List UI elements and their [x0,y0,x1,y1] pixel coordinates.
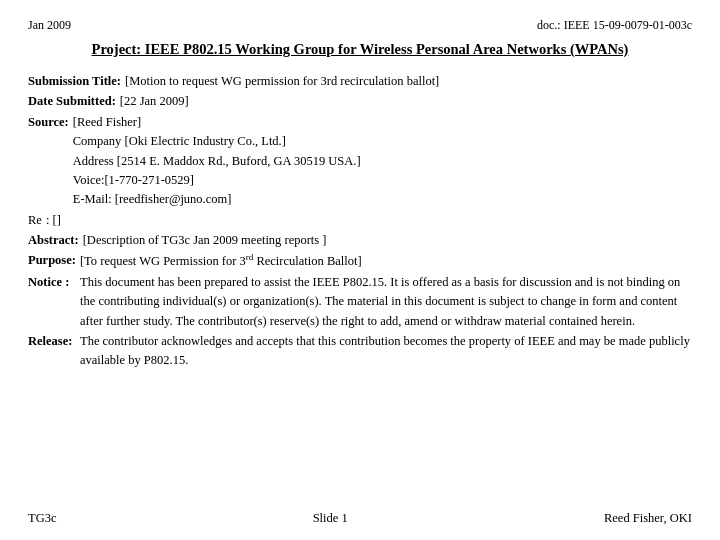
source-voice: Voice:[1-770-271-0529] [73,171,361,190]
header-left: Jan 2009 [28,18,71,33]
footer-center: Slide 1 [313,511,348,526]
release-block: Release: The contributor acknowledges an… [28,332,692,371]
source-address: Address [2514 E. Maddox Rd., Buford, GA … [73,152,361,171]
source-block: Source: [Reed Fisher] Company [Oki Elect… [28,113,692,210]
submission-title-value: [Motion to request WG permission for 3rd… [125,72,439,91]
abstract-value: [Description of TG3c Jan 2009 meeting re… [83,231,327,250]
source-label: Source: [28,113,69,210]
date-submitted-value: [22 Jan 2009] [120,92,189,111]
notice-block: Notice : This document has been prepared… [28,273,692,331]
purpose-row: Purpose: [To request WG Permission for 3… [28,251,692,272]
re-row: Re : [] [28,211,692,230]
submission-title-row: Submission Title: [Motion to request WG … [28,72,692,91]
source-lines: [Reed Fisher] Company [Oki Electric Indu… [73,113,361,210]
re-label: Re [28,211,42,230]
submission-title-label: Submission Title: [28,72,121,91]
header-right: doc.: IEEE 15-09-0079-01-003c [537,18,692,33]
page: Jan 2009 doc.: IEEE 15-09-0079-01-003c P… [0,0,720,540]
release-text: The contributor acknowledges and accepts… [80,332,692,371]
footer-right: Reed Fisher, OKI [604,511,692,526]
source-name: [Reed Fisher] [73,113,361,132]
title-section: Project: IEEE P802.15 Working Group for … [28,41,692,58]
purpose-label: Purpose: [28,251,76,272]
notice-text: This document has been prepared to assis… [80,273,692,331]
notice-label: Notice : [28,273,80,331]
body-content: Submission Title: [Motion to request WG … [28,72,692,503]
re-value: : [] [46,211,61,230]
source-email: E-Mail: [reedfisher@juno.com] [73,190,361,209]
abstract-row: Abstract: [Description of TG3c Jan 2009 … [28,231,692,250]
purpose-value: [To request WG Permission for 3rd Recirc… [80,251,362,272]
date-submitted-row: Date Submitted: [22 Jan 2009] [28,92,692,111]
date-submitted-label: Date Submitted: [28,92,116,111]
source-company: Company [Oki Electric Industry Co., Ltd.… [73,132,361,151]
header: Jan 2009 doc.: IEEE 15-09-0079-01-003c [28,18,692,33]
abstract-label: Abstract: [28,231,79,250]
release-label: Release: [28,332,80,371]
footer-left: TG3c [28,511,56,526]
footer: TG3c Slide 1 Reed Fisher, OKI [28,503,692,526]
page-title: Project: IEEE P802.15 Working Group for … [28,41,692,58]
